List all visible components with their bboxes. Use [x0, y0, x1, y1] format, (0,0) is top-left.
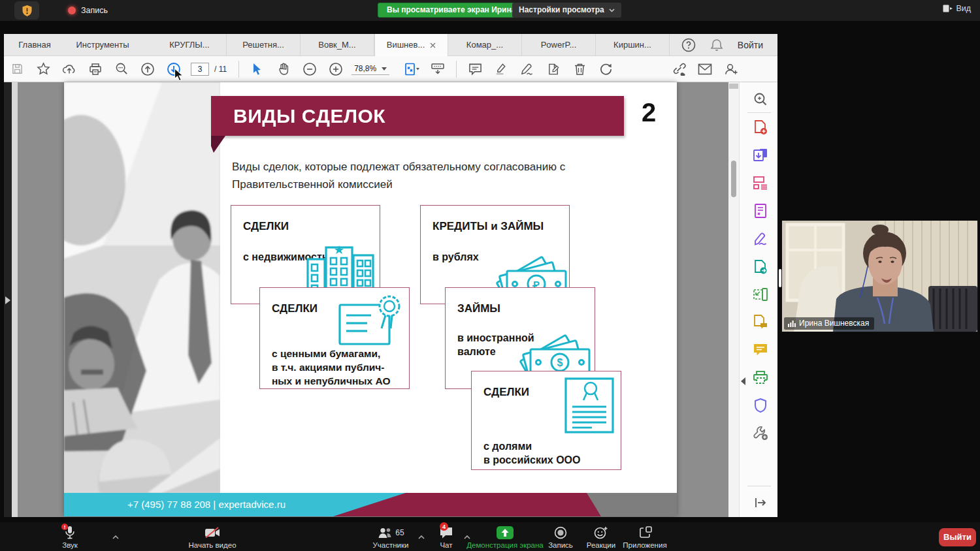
sign-button[interactable] [514, 56, 540, 82]
camera-off-icon [204, 527, 220, 539]
comments-tool-icon[interactable] [753, 342, 768, 358]
screen: Запись Вы просматриваете экран Ирина Ком… [0, 0, 980, 551]
view-icon [943, 5, 953, 12]
page-number-input[interactable]: 3 [191, 63, 209, 76]
more-tools-icon[interactable] [753, 425, 768, 441]
delete-button[interactable] [566, 56, 593, 82]
zoom-in-button[interactable] [323, 56, 349, 82]
hand-tool-button[interactable] [270, 56, 297, 82]
participants-options-chevron[interactable] [418, 530, 425, 542]
start-video-button[interactable]: Начать видео [176, 525, 248, 549]
highlight-button[interactable] [488, 56, 514, 82]
view-settings-button[interactable]: Настройки просмотра [512, 3, 621, 18]
organize-pages-icon[interactable] [753, 175, 768, 191]
tab-tools[interactable]: Инструменты [65, 34, 140, 56]
close-tab-icon[interactable] [430, 35, 436, 56]
print-production-icon[interactable] [753, 370, 768, 385]
add-user-button[interactable] [718, 56, 744, 82]
footer-maroon-shape [333, 493, 601, 516]
reactions-button[interactable]: Реакции [581, 525, 621, 549]
request-signatures-icon[interactable] [753, 314, 768, 330]
select-tool-button[interactable] [244, 56, 270, 82]
scrollbar-thumb[interactable] [731, 161, 736, 197]
left-panel-strip [12, 82, 18, 517]
apps-icon [638, 526, 652, 539]
audio-options-chevron[interactable] [112, 530, 119, 542]
scroll-mode-button[interactable] [425, 56, 451, 82]
business-meeting-photo [64, 82, 220, 493]
footer-gray-shape [587, 493, 677, 516]
document-seal-icon [563, 377, 615, 434]
panel-drag-handle[interactable] [779, 269, 781, 287]
export-pages-icon[interactable] [753, 148, 768, 163]
record-label: Запись [548, 541, 573, 549]
expand-left-panel-icon[interactable] [5, 296, 10, 304]
share-screen-button[interactable]: Демонстрация экрана [466, 525, 544, 549]
protect-icon[interactable] [753, 398, 768, 413]
mouse-cursor [174, 68, 184, 84]
participants-button[interactable]: 65 Участники [366, 525, 416, 549]
previous-page-button[interactable] [135, 56, 161, 82]
box-body: с долями в российских ООО [483, 439, 581, 467]
sign-in-button[interactable]: Войти [738, 40, 763, 50]
fit-page-button[interactable] [399, 56, 425, 82]
view-button[interactable]: Вид [943, 4, 971, 13]
search-button[interactable] [108, 56, 135, 82]
doc-tab-3[interactable]: Вовк_М... [301, 34, 374, 56]
box-heading: СДЕЛКИ [272, 302, 318, 315]
leave-meeting-button[interactable]: Выйти [939, 528, 976, 546]
doc-tab-6[interactable]: PowerP... [522, 34, 596, 56]
fill-sign-icon[interactable] [753, 231, 768, 247]
print-button[interactable] [82, 56, 108, 82]
apps-button[interactable]: Приложения [621, 525, 669, 549]
rotate-button[interactable] [593, 56, 619, 82]
participant-video-panel[interactable]: Ирина Вишневская [781, 220, 978, 332]
zoom-level-control[interactable]: 78,8% [351, 63, 389, 75]
edit-page-button[interactable] [540, 56, 566, 82]
audio-button[interactable]: ! Звук [51, 525, 89, 549]
vertical-scrollbar[interactable] [728, 82, 739, 517]
zoom-bottom-bar: ! Звук Начать видео [0, 522, 980, 551]
comment-button[interactable] [462, 56, 488, 82]
slide-subtitle: Виды сделок, которые подлежат обязательн… [232, 158, 601, 193]
record-icon [554, 526, 567, 539]
record-button[interactable]: Запись [542, 525, 579, 549]
participant-name: Ирина Вишневская [799, 319, 869, 328]
page-total-label: / 11 [214, 65, 227, 74]
cloud-upload-button[interactable] [56, 56, 82, 82]
share-link-button[interactable] [666, 56, 692, 82]
star-bookmark-button[interactable] [30, 56, 56, 82]
search-tools-icon[interactable] [753, 91, 768, 107]
audio-level-icon [788, 320, 796, 327]
tab-home[interactable]: Главная [13, 34, 56, 56]
crop-pages-icon[interactable] [753, 287, 768, 302]
document-canvas: ВИДЫ СДЕЛОК 2 Виды сделок, которые подле… [18, 82, 728, 517]
doc-tab-7[interactable]: Киршин... [596, 34, 670, 56]
deal-box-securities: СДЕЛКИ с ценными бумагами, в т.ч. акциям… [259, 287, 410, 389]
doc-tab-2[interactable]: Решетня... [227, 34, 301, 56]
webcam-feed [782, 221, 977, 332]
zoom-out-button[interactable] [297, 56, 323, 82]
shield-warning-icon [22, 5, 33, 17]
security-shield-button[interactable] [14, 1, 39, 20]
create-pdf-icon[interactable] [753, 119, 768, 135]
chat-button[interactable]: 4 Чат [430, 525, 463, 549]
slide-title: ВИДЫ СДЕЛОК [233, 96, 385, 136]
collapse-sidebar-icon[interactable] [741, 377, 745, 385]
slide-title-banner: ВИДЫ СДЕЛОК [211, 96, 624, 136]
export-pdf-icon[interactable] [753, 259, 768, 275]
slide-page-number: 2 [642, 98, 656, 127]
doc-tab-4-active[interactable]: Вишнев... [374, 34, 448, 56]
edit-pdf-icon[interactable] [753, 203, 768, 219]
save-button[interactable] [4, 56, 30, 82]
doc-tab-5[interactable]: Комар_... [448, 34, 522, 56]
share-screen-icon [497, 526, 514, 539]
box-heading: ЗАЙМЫ [457, 302, 500, 315]
view-label: Вид [956, 4, 971, 13]
footer-contact: +7 (495) 77 88 208 | expertadvice.ru [127, 493, 286, 516]
email-button[interactable] [692, 56, 718, 82]
open-tools-panel-icon[interactable] [753, 495, 768, 511]
doc-tab-1[interactable]: КРУГЛЫ... [153, 34, 227, 56]
notifications-bell-icon[interactable] [710, 38, 723, 52]
help-icon[interactable] [681, 38, 696, 52]
